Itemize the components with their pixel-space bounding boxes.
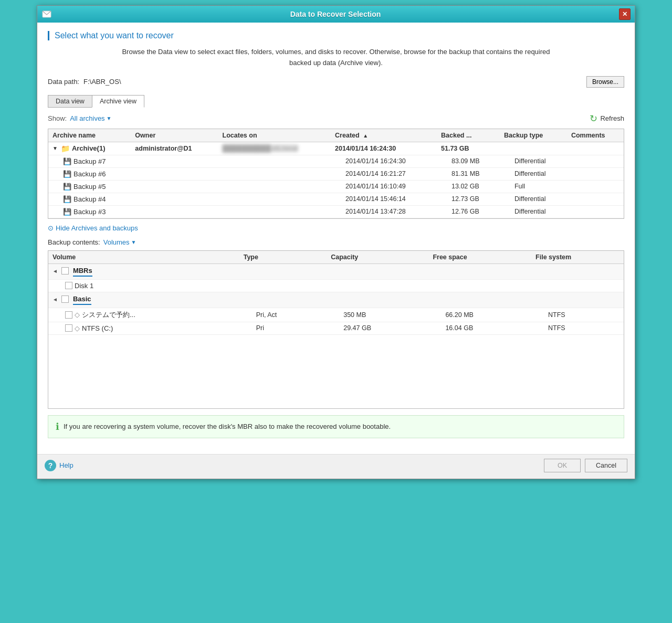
backup-name-cell-4: 💾 Backup #4	[48, 193, 131, 205]
content-area: Select what you want to recover Browse t…	[37, 23, 635, 454]
backup-icon-6: 💾	[63, 170, 71, 178]
description-text: Browse the Data view to select exact fil…	[48, 47, 624, 69]
help-label: Help	[59, 461, 74, 469]
refresh-button[interactable]: ↻ Refresh	[590, 113, 624, 124]
vol-system-free: 66.20 MB	[428, 308, 531, 322]
folder-icon: 📁	[61, 144, 70, 153]
tab-archive-view[interactable]: Archive view	[92, 95, 144, 108]
col-created: Created ▲	[331, 129, 437, 142]
vol-system-type: Pri, Act	[239, 308, 327, 322]
backup-icon-5: 💾	[63, 183, 71, 191]
volumes-table: Volume Type Capacity Free space File sys…	[48, 251, 624, 335]
close-button[interactable]: ✕	[619, 8, 631, 20]
tab-data-view[interactable]: Data view	[48, 95, 92, 108]
archive-comments-cell	[567, 142, 624, 155]
footer-buttons: OK Cancel	[544, 459, 627, 472]
group-row-basic[interactable]: ◄ Basic	[48, 292, 624, 308]
vol-ntfs-c-name: NTFS (C:)	[82, 324, 113, 332]
col-comments: Comments	[567, 129, 624, 142]
tab-bar: Data view Archive view	[48, 95, 624, 108]
archive-locates-cell: ██████████.d1.local	[218, 142, 331, 155]
vol-system-row[interactable]: ◇ システムで予約... Pri, Act 350 MB 66.20 MB NT…	[48, 308, 624, 322]
info-bar-text: If you are recovering a system volume, r…	[64, 423, 391, 430]
window-title: Data to Recover Selection	[52, 10, 619, 18]
mbrs-expand-arrow[interactable]: ◄	[52, 268, 58, 274]
group-header-mbrs-cell: ◄ MBRs	[48, 263, 624, 279]
archives-table: Archive name Owner Locates on Created ▲ …	[48, 129, 624, 218]
title-bar-left	[41, 9, 52, 19]
col-archive-name: Archive name	[48, 129, 131, 142]
vol-ntfs-c-fs: NTFS	[531, 322, 624, 334]
archive-type-cell	[500, 142, 567, 155]
data-path-label: Data path:	[48, 78, 79, 86]
volumes-table-container: Volume Type Capacity Free space File sys…	[48, 250, 624, 409]
info-bar: ℹ If you are recovering a system volume,…	[48, 415, 624, 438]
backup-name-cell-6: 💾 Backup #6	[48, 167, 131, 180]
vol-system-capacity: 350 MB	[327, 308, 428, 322]
data-path-value: F:\ABR_OS\	[83, 78, 582, 86]
archive-backed-cell: 51.73 GB	[437, 142, 500, 155]
vol-ntfs-c-capacity: 29.47 GB	[327, 322, 428, 334]
ok-button[interactable]: OK	[544, 459, 581, 472]
footer: ? Help OK Cancel	[37, 454, 635, 479]
main-window: Data to Recover Selection ✕ Select what …	[37, 5, 635, 479]
archives-table-container: Archive name Owner Locates on Created ▲ …	[48, 129, 624, 219]
backup-name-cell-7: 💾 Backup #7	[48, 155, 131, 167]
hide-archives-icon: ⊙	[48, 224, 54, 232]
disk1-name: Disk 1	[75, 282, 93, 290]
backup-row-3[interactable]: 💾 Backup #3 2014/01/14 13:47:28 12.76 GB…	[48, 205, 624, 218]
volumes-table-scroll: Volume Type Capacity Free space File sys…	[48, 251, 624, 408]
vol-system-checkbox[interactable]	[65, 311, 72, 319]
help-icon: ?	[45, 460, 56, 471]
info-icon: ℹ	[56, 421, 59, 432]
cancel-button[interactable]: Cancel	[585, 459, 627, 472]
backup-row-5[interactable]: 💾 Backup #5 2014/01/14 16:10:49 13.02 GB…	[48, 180, 624, 193]
vol-col-capacity: Capacity	[327, 251, 428, 264]
hide-archives-link[interactable]: ⊙ Hide Archives and backups	[48, 224, 624, 232]
collapse-arrow-1[interactable]: ▼	[52, 145, 58, 151]
help-link[interactable]: ? Help	[45, 460, 74, 471]
show-label: Show:	[48, 114, 67, 122]
backup-name-cell-3: 💾 Backup #3	[48, 205, 131, 218]
backup-name-cell-5: 💾 Backup #5	[48, 180, 131, 193]
show-left: Show: All archives ▼	[48, 114, 112, 122]
backup-contents-dropdown[interactable]: Volumes ▼	[103, 238, 136, 246]
archives-table-header: Archive name Owner Locates on Created ▲ …	[48, 129, 624, 142]
show-dropdown-arrow: ▼	[107, 115, 112, 121]
vol-ntfs-c-row[interactable]: ◇ NTFS (C:) Pri 29.47 GB 16.04 GB NTFS	[48, 322, 624, 334]
basic-expand-arrow[interactable]: ◄	[52, 297, 58, 302]
group-header-basic-cell: ◄ Basic	[48, 292, 624, 308]
browse-button[interactable]: Browse...	[586, 76, 624, 88]
mbrs-checkbox[interactable]	[61, 267, 69, 274]
vol-ntfs-c-name-cell: ◇ NTFS (C:)	[48, 322, 239, 334]
group-row-mbrs[interactable]: ◄ MBRs	[48, 263, 624, 279]
refresh-icon: ↻	[590, 113, 597, 124]
title-bar: Data to Recover Selection ✕	[37, 6, 635, 23]
vol-col-file-system: File system	[531, 251, 624, 264]
archive-owner-cell: administrator@D1	[131, 142, 218, 155]
volumes-table-header: Volume Type Capacity Free space File sys…	[48, 251, 624, 264]
backup-row-7[interactable]: 💾 Backup #7 2014/01/14 16:24:30 83.09 MB…	[48, 155, 624, 167]
vol-col-type: Type	[239, 251, 327, 264]
backup-contents-row: Backup contents: Volumes ▼	[48, 238, 624, 246]
backup-icon-7: 💾	[63, 157, 71, 165]
col-backup-type: Backup type	[500, 129, 567, 142]
vol-ntfs-c-type: Pri	[239, 322, 327, 334]
vol-system-name: システムで予約...	[82, 310, 135, 320]
col-locates-on: Locates on	[218, 129, 331, 142]
disk1-checkbox[interactable]	[65, 282, 72, 289]
backup-icon-3: 💾	[63, 208, 71, 216]
mbrs-group-name: MBRs	[73, 267, 92, 277]
vol-system-name-cell: ◇ システムで予約...	[48, 308, 239, 322]
backup-contents-label: Backup contents:	[48, 238, 100, 246]
vol-ntfs-c-checkbox[interactable]	[65, 324, 72, 332]
disk1-row[interactable]: Disk 1	[48, 279, 624, 292]
show-value-dropdown[interactable]: All archives ▼	[70, 114, 111, 122]
backup-row-4[interactable]: 💾 Backup #4 2014/01/14 15:46:14 12.73 GB…	[48, 193, 624, 205]
col-owner: Owner	[131, 129, 218, 142]
backup-row-6[interactable]: 💾 Backup #6 2014/01/14 16:21:27 81.31 MB…	[48, 167, 624, 180]
archive-row-1[interactable]: ▼ 📁 Archive(1) administrator@D1 ████████…	[48, 142, 624, 155]
basic-checkbox[interactable]	[61, 295, 69, 303]
vol-col-volume: Volume	[48, 251, 239, 264]
disk1-name-cell: Disk 1	[48, 279, 239, 292]
